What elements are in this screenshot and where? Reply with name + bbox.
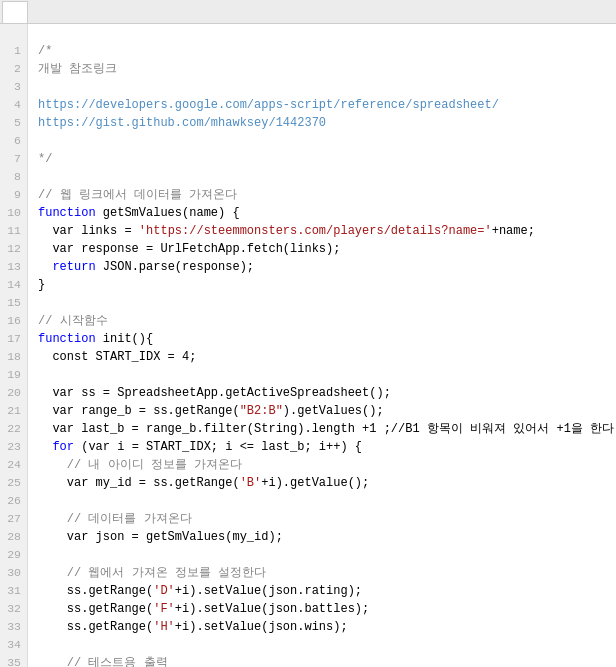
token-comment: // 시작함수 (38, 312, 108, 330)
line-number: 25 (4, 474, 21, 492)
token-comment: // 테스트용 출력 (38, 654, 168, 667)
token-default: +i).getValue(); (261, 474, 369, 492)
line-number: 10 (4, 204, 21, 222)
code-line (38, 546, 616, 564)
code-line: ss.getRange('H'+i).setValue(json.wins); (38, 618, 616, 636)
token-default: +name; (492, 222, 535, 240)
line-number: 29 (4, 546, 21, 564)
token-default: } (38, 276, 45, 294)
code-line: var last_b = range_b.filter(String).leng… (38, 420, 616, 438)
token-default: var response = UrlFetchApp.fetch(links); (38, 240, 340, 258)
code-line: ss.getRange('F'+i).setValue(json.battles… (38, 600, 616, 618)
line-number: 17 (4, 330, 21, 348)
line-number: 35 (4, 654, 21, 667)
token-default: init(){ (96, 330, 154, 348)
code-line: var my_id = ss.getRange('B'+i).getValue(… (38, 474, 616, 492)
token-keyword: for (38, 438, 74, 456)
code-line: */ (38, 150, 616, 168)
line-number: 33 (4, 618, 21, 636)
token-default: +i).setValue(json.rating); (175, 582, 362, 600)
editor: 1234567891011121314151617181920212223242… (0, 24, 616, 667)
line-number: 9 (4, 186, 21, 204)
code-line: var json = getSmValues(my_id); (38, 528, 616, 546)
code-line: https://developers.google.com/apps-scrip… (38, 96, 616, 114)
line-number: 11 (4, 222, 21, 240)
line-number: 18 (4, 348, 21, 366)
token-default: ).getValues(); (283, 402, 384, 420)
line-number: 31 (4, 582, 21, 600)
token-keyword: return (52, 258, 95, 276)
code-line (38, 492, 616, 510)
code-line: var range_b = ss.getRange("B2:B").getVal… (38, 402, 616, 420)
code-line: 개발 참조링크 (38, 60, 616, 78)
line-number: 32 (4, 600, 21, 618)
code-line (38, 132, 616, 150)
code-line: var response = UrlFetchApp.fetch(links); (38, 240, 616, 258)
code-line (38, 366, 616, 384)
line-number: 4 (4, 96, 21, 114)
code-line: // 내 아이디 정보를 가져온다 (38, 456, 616, 474)
code-line: function getSmValues(name) { (38, 204, 616, 222)
token-string: 'B' (240, 474, 262, 492)
code-line: https://gist.github.com/mhawksey/1442370 (38, 114, 616, 132)
token-default: getSmValues(name) { (96, 204, 240, 222)
token-default: var links = (38, 222, 139, 240)
token-link: https://developers.google.com/apps-scrip… (38, 96, 499, 114)
line-number: 8 (4, 168, 21, 186)
line-number: 6 (4, 132, 21, 150)
token-link: https://gist.github.com/mhawksey/1442370 (38, 114, 326, 132)
token-default: var range_b = ss.getRange( (38, 402, 240, 420)
line-number: 24 (4, 456, 21, 474)
line-number: 14 (4, 276, 21, 294)
code-line: // 시작함수 (38, 312, 616, 330)
line-number: 13 (4, 258, 21, 276)
token-default: ss.getRange( (38, 600, 153, 618)
line-number: 22 (4, 420, 21, 438)
token-default: var my_id = ss.getRange( (38, 474, 240, 492)
line-number: 2 (4, 60, 21, 78)
token-default: const START_IDX = 4; (38, 348, 196, 366)
token-comment: /* (38, 42, 52, 60)
token-string: "B2:B" (240, 402, 283, 420)
token-string: 'https://steemmonsters.com/players/detai… (139, 222, 492, 240)
code-line (38, 294, 616, 312)
token-comment: */ (38, 150, 52, 168)
line-number: 34 (4, 636, 21, 654)
code-line: /* (38, 42, 616, 60)
code-line: function init(){ (38, 330, 616, 348)
code-line: const START_IDX = 4; (38, 348, 616, 366)
token-keyword: function (38, 204, 96, 222)
code-line: var links = 'https://steemmonsters.com/p… (38, 222, 616, 240)
token-comment: // 웹 링크에서 데이터를 가져온다 (38, 186, 237, 204)
token-string: 'H' (153, 618, 175, 636)
code-line: ss.getRange('D'+i).setValue(json.rating)… (38, 582, 616, 600)
line-number: 20 (4, 384, 21, 402)
code-line (38, 78, 616, 96)
code-line (38, 636, 616, 654)
line-number (4, 24, 21, 42)
line-number: 27 (4, 510, 21, 528)
token-comment: // 내 아이디 정보를 가져온다 (38, 456, 242, 474)
line-number: 19 (4, 366, 21, 384)
code-line: // 데이터를 가져온다 (38, 510, 616, 528)
token-default: JSON.parse(response); (96, 258, 254, 276)
line-number: 3 (4, 78, 21, 96)
line-number: 21 (4, 402, 21, 420)
token-comment: // 데이터를 가져온다 (38, 510, 192, 528)
token-comment: // 웹에서 가져온 정보를 설정한다 (38, 564, 266, 582)
line-number: 7 (4, 150, 21, 168)
code-content[interactable]: /*개발 참조링크 https://developers.google.com/… (28, 24, 616, 667)
line-numbers: 1234567891011121314151617181920212223242… (0, 24, 28, 667)
line-number: 26 (4, 492, 21, 510)
token-string: 'F' (153, 600, 175, 618)
tab-smon[interactable] (2, 1, 28, 23)
code-line: var ss = SpreadsheetApp.getActiveSpreads… (38, 384, 616, 402)
code-line: // 웹 링크에서 데이터를 가져온다 (38, 186, 616, 204)
code-line: return JSON.parse(response); (38, 258, 616, 276)
token-default: var ss = SpreadsheetApp.getActiveSpreads… (38, 384, 391, 402)
line-number: 5 (4, 114, 21, 132)
token-default: (var i = START_IDX; i <= last_b; i++) { (74, 438, 362, 456)
tab-bar (0, 0, 616, 24)
code-line: } (38, 276, 616, 294)
line-number: 1 (4, 42, 21, 60)
